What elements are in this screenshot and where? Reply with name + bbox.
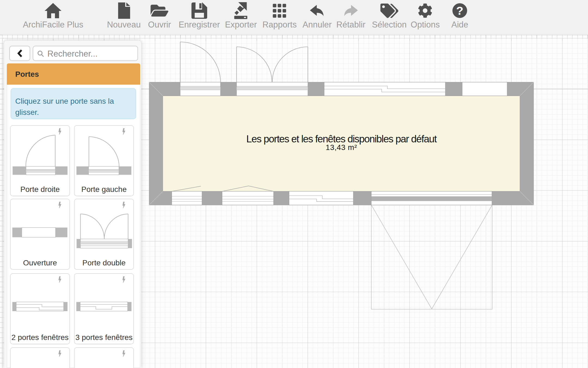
- svg-text:13,43 m²: 13,43 m²: [326, 143, 357, 152]
- svg-text:?: ?: [456, 4, 463, 17]
- svg-text:Les portes et les fenêtes disp: Les portes et les fenêtes disponibles pa…: [246, 133, 437, 145]
